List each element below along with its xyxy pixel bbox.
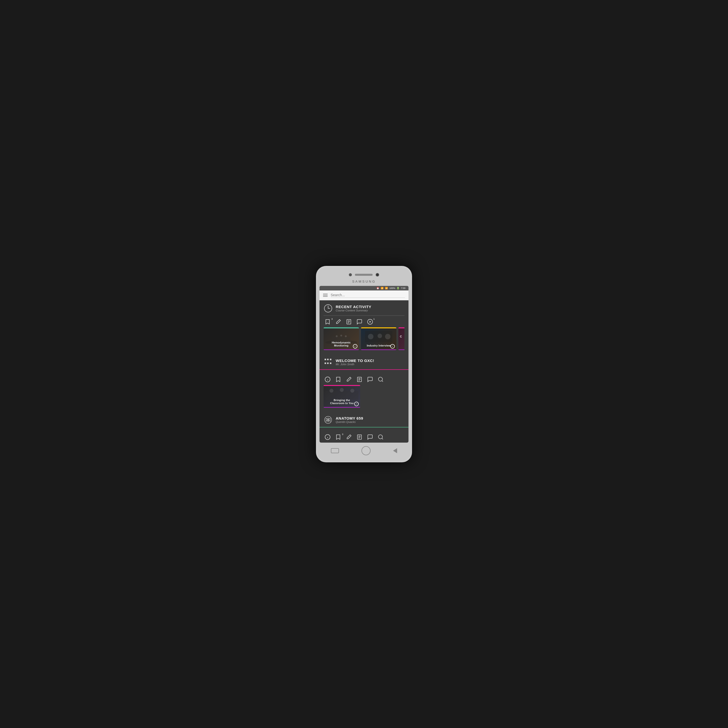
phone-top (320, 271, 408, 280)
brand-name: SAMSUNG (320, 280, 408, 286)
section-recent-activity: RECENT ACTIVITY Course Content Summary 3 (320, 300, 408, 354)
card-top-bar (324, 327, 359, 328)
search-input[interactable] (330, 293, 405, 298)
card-classroom-top-bar (324, 385, 360, 386)
pencil-button-welcome[interactable] (346, 376, 352, 382)
recent-activity-subtitle: Course Content Summary (336, 309, 371, 312)
chat-button-welcome[interactable] (367, 376, 373, 382)
svg-point-15 (368, 333, 373, 339)
nav-recent-button[interactable] (331, 448, 339, 453)
card-bottom-bar-3 (398, 349, 404, 350)
front-camera (349, 273, 352, 276)
card-hemodynamic[interactable]: HemodynamicMonitoring (324, 327, 359, 350)
search-button-welcome[interactable] (378, 376, 384, 382)
svg-marker-8 (370, 321, 371, 323)
section-anatomy: ANATOMY 659 Quentin Quacks (320, 412, 408, 443)
phone-screen: ⏰ 📶 📶 100% 🔋 7:00 (320, 286, 408, 443)
anatomy-subtitle: Quentin Quacks (336, 421, 363, 424)
welcome-subtitle: Mr. John Smith (336, 363, 374, 366)
status-bar: ⏰ 📶 📶 100% 🔋 7:00 (320, 286, 408, 291)
svg-rect-10 (332, 337, 350, 341)
nav-home-button[interactable] (361, 446, 370, 455)
play-button[interactable]: 1 (367, 319, 373, 325)
bookmark-button-anatomy[interactable]: 3 (335, 434, 341, 440)
bookmark-badge: 3 (331, 318, 333, 320)
bookmark-button-welcome[interactable] (335, 376, 341, 382)
dot-4 (324, 362, 326, 364)
phone-navigation (320, 443, 408, 455)
anatomy-content: 3 (320, 427, 408, 443)
anatomy-icon (324, 415, 333, 424)
svg-point-30 (350, 388, 355, 393)
battery-icon: 🔋 (397, 287, 399, 289)
welcome-icon (324, 358, 333, 367)
pencil-button-anatomy[interactable] (346, 434, 352, 440)
pencil-button[interactable] (335, 319, 341, 325)
svg-point-39 (378, 435, 382, 439)
hamburger-line-3 (323, 296, 327, 297)
main-camera (376, 273, 379, 277)
recent-activity-title: RECENT ACTIVITY (336, 304, 371, 309)
wifi-icon: 📶 (381, 287, 384, 289)
welcome-section-inner: WELCOME TO GXC! Mr. John Smith (320, 354, 408, 369)
chat-button[interactable] (356, 319, 362, 325)
card-top-bar-2 (361, 327, 396, 328)
dot-3 (330, 359, 331, 360)
dot-5 (327, 362, 329, 364)
card-partial-label: C (400, 335, 402, 338)
clock-icon (324, 304, 333, 313)
time-display: 7:00 (401, 287, 405, 289)
play-badge: 1 (373, 318, 375, 320)
bookmark-button[interactable]: 3 (324, 319, 330, 325)
signal-icon: 📶 (385, 287, 388, 289)
svg-point-29 (340, 388, 344, 392)
hamburger-line-2 (323, 295, 327, 295)
card-industry[interactable]: Industry Interview (361, 327, 396, 350)
chat-button-anatomy[interactable] (367, 434, 373, 440)
recent-activity-header: RECENT ACTIVITY Course Content Summary (324, 304, 404, 316)
alarm-icon: ⏰ (376, 287, 379, 289)
nav-back-button[interactable] (393, 448, 397, 453)
svg-point-12 (340, 335, 342, 336)
section-welcome: WELCOME TO GXC! Mr. John Smith (320, 354, 408, 412)
svg-point-11 (336, 335, 338, 337)
welcome-content: Bringing theClassroom to You (320, 370, 408, 412)
svg-line-26 (382, 381, 383, 381)
notes-button[interactable] (346, 319, 352, 325)
dot-6 (330, 362, 331, 364)
info-button-anatomy[interactable] (324, 434, 330, 440)
svg-line-40 (382, 438, 383, 439)
hamburger-line-1 (323, 294, 327, 294)
anatomy-title: ANATOMY 659 (336, 416, 363, 421)
svg-point-28 (330, 388, 333, 393)
card-partial[interactable]: C (398, 327, 404, 350)
notes-button-anatomy[interactable] (356, 434, 362, 440)
card-hemodynamic-check (353, 344, 358, 349)
recent-activity-cards: HemodynamicMonitoring Industry Interview (324, 327, 404, 354)
svg-point-25 (378, 377, 382, 381)
info-button-welcome[interactable] (324, 376, 330, 382)
phone-frame: SAMSUNG ⏰ 📶 📶 100% 🔋 7:00 (316, 266, 412, 462)
menu-button[interactable] (323, 294, 327, 297)
card-classroom-bottom-bar (324, 407, 360, 408)
svg-point-17 (385, 333, 390, 339)
welcome-title-group: WELCOME TO GXC! Mr. John Smith (336, 358, 374, 366)
battery-percent: 100% (389, 287, 395, 289)
welcome-cards: Bringing theClassroom to You (324, 385, 404, 412)
anatomy-section-inner: ANATOMY 659 Quentin Quacks (320, 412, 408, 427)
card-classroom[interactable]: Bringing theClassroom to You (324, 385, 360, 408)
anatomy-header: ANATOMY 659 Quentin Quacks (324, 415, 404, 427)
notes-button-welcome[interactable] (356, 376, 362, 382)
dot-1 (324, 359, 326, 360)
search-button-anatomy[interactable] (378, 434, 384, 440)
anatomy-bookmark-badge: 3 (342, 433, 343, 436)
card-classroom-check (354, 402, 359, 406)
recent-activity-title-group: RECENT ACTIVITY Course Content Summary (336, 304, 371, 312)
anatomy-title-group: ANATOMY 659 Quentin Quacks (336, 416, 363, 424)
card-top-bar-3 (398, 327, 404, 328)
svg-point-13 (345, 335, 347, 337)
welcome-header: WELCOME TO GXC! Mr. John Smith (324, 358, 404, 369)
recent-activity-toolbar: 3 (324, 316, 404, 327)
card-bottom-bar-2 (361, 349, 396, 350)
card-bottom-bar (324, 349, 359, 350)
